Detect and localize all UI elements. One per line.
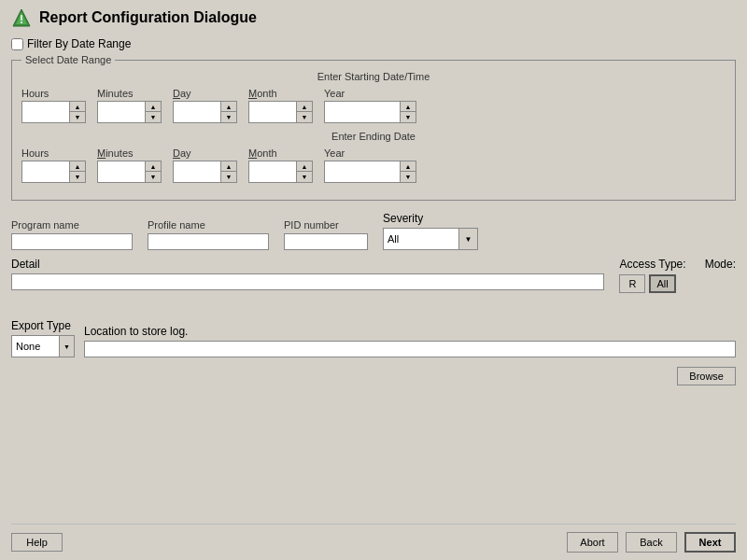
program-name-input[interactable] (11, 233, 133, 250)
end-minutes-label: Minutes (97, 147, 162, 159)
end-day-label: Day (173, 147, 237, 159)
title-bar: Report Configuration Dialogue (11, 7, 736, 28)
start-hours-up[interactable]: ▲ (70, 102, 85, 112)
end-day-spinner: 1 ▲ ▼ (173, 161, 237, 183)
starting-date-row: Hours 0 ▲ ▼ Minutes 0 ▲ ▼ (21, 88, 726, 123)
start-minutes-up[interactable]: ▲ (146, 102, 161, 112)
end-year-down[interactable]: ▼ (401, 172, 416, 182)
start-day-down[interactable]: ▼ (221, 112, 236, 122)
end-hours-spinner: 0 ▲ ▼ (21, 161, 86, 183)
end-year-buttons: ▲ ▼ (400, 161, 416, 182)
back-button[interactable]: Back (626, 532, 677, 553)
log-location-label: Location to store log. (84, 325, 736, 338)
start-hours-label: Hours (21, 88, 86, 99)
export-select-wrap: None CSV HTML PDF ▼ (11, 335, 75, 357)
access-all-button[interactable]: All (649, 274, 675, 293)
start-day-input[interactable]: 1 (174, 105, 220, 119)
severity-select[interactable]: All Low Medium High Critical (384, 231, 458, 246)
detail-input[interactable] (11, 273, 604, 290)
dialog-title: Report Configuration Dialogue (39, 9, 257, 26)
browse-row: Browse (11, 367, 736, 385)
start-minutes-down[interactable]: ▼ (146, 112, 161, 122)
start-day-field: Day 1 ▲ ▼ (173, 88, 237, 123)
end-minutes-spinner: 0 ▲ ▼ (97, 161, 162, 183)
export-row: Export Type None CSV HTML PDF ▼ Location… (11, 319, 736, 357)
start-minutes-input[interactable]: 0 (98, 105, 145, 119)
detail-field: Detail (11, 258, 604, 290)
date-range-legend: Select Date Range (21, 54, 115, 65)
end-hours-input[interactable]: 0 (22, 164, 69, 179)
mode-label: Mode: (705, 258, 736, 271)
start-hours-buttons: ▲ ▼ (69, 102, 85, 122)
access-mode-container: Access Type: Mode: R All (619, 258, 736, 293)
end-month-label: Month (248, 147, 313, 159)
filter-checkbox-row: Filter By Date Range (11, 37, 736, 50)
end-month-down[interactable]: ▼ (297, 172, 312, 182)
log-location-input[interactable]: /var/log/apparmor/reports-exported (84, 341, 736, 357)
end-hours-down[interactable]: ▼ (70, 172, 85, 182)
end-month-up[interactable]: ▲ (297, 161, 312, 172)
ending-date-label: Enter Ending Date (21, 131, 726, 142)
severity-field: Severity All Low Medium High Critical ▼ (383, 212, 478, 250)
abort-button[interactable]: Abort (567, 532, 618, 553)
end-year-field: Year 2005 ▲ ▼ (324, 147, 416, 183)
end-minutes-down[interactable]: ▼ (146, 172, 161, 182)
start-month-up[interactable]: ▲ (297, 102, 312, 112)
end-day-up[interactable]: ▲ (221, 161, 236, 172)
start-month-input[interactable]: 1 (249, 105, 296, 119)
end-month-field: Month 1 ▲ ▼ (248, 147, 313, 183)
program-name-field: Program name (11, 219, 133, 250)
end-minutes-input[interactable]: 0 (98, 164, 145, 179)
start-month-field: Month 1 ▲ ▼ (248, 88, 313, 123)
start-day-buttons: ▲ ▼ (220, 102, 236, 122)
filter-date-checkbox[interactable] (11, 38, 23, 50)
next-button[interactable]: Next (684, 532, 736, 553)
access-type-label: Access Type: (619, 258, 685, 271)
start-month-down[interactable]: ▼ (297, 112, 312, 122)
filter-date-label[interactable]: Filter By Date Range (27, 37, 131, 50)
start-hours-spinner: 0 ▲ ▼ (21, 101, 86, 123)
end-year-input[interactable]: 2005 (325, 164, 400, 179)
access-mode-buttons: R All (619, 274, 736, 293)
end-year-spinner: 2005 ▲ ▼ (324, 161, 416, 183)
detail-label: Detail (11, 258, 604, 271)
severity-dropdown-arrow: ▼ (458, 229, 477, 249)
detail-access-row: Detail Access Type: Mode: R All (11, 258, 736, 293)
end-day-buttons: ▲ ▼ (220, 161, 236, 182)
start-year-input[interactable]: 2005 (325, 105, 400, 119)
end-month-input[interactable]: 1 (249, 164, 296, 179)
start-minutes-spinner: 0 ▲ ▼ (97, 101, 162, 123)
start-month-spinner: 1 ▲ ▼ (248, 101, 313, 123)
help-button[interactable]: Help (11, 533, 63, 552)
start-year-down[interactable]: ▼ (401, 112, 416, 122)
end-year-up[interactable]: ▲ (401, 161, 416, 172)
start-minutes-field: Minutes 0 ▲ ▼ (97, 88, 162, 123)
footer-right: Abort Back Next (567, 532, 736, 553)
end-hours-up[interactable]: ▲ (70, 161, 85, 172)
start-day-up[interactable]: ▲ (221, 102, 236, 112)
pid-input[interactable] (284, 233, 368, 250)
start-day-label: Day (173, 88, 237, 99)
end-month-buttons: ▲ ▼ (296, 161, 312, 182)
start-year-up[interactable]: ▲ (401, 102, 416, 112)
end-month-spinner: 1 ▲ ▼ (248, 161, 313, 183)
start-day-spinner: 1 ▲ ▼ (173, 101, 237, 123)
program-name-label: Program name (11, 219, 133, 231)
start-hours-down[interactable]: ▼ (70, 112, 85, 122)
access-mode-labels: Access Type: Mode: (619, 258, 736, 271)
browse-button[interactable]: Browse (677, 367, 736, 385)
start-minutes-label: Minutes (97, 88, 162, 99)
start-hours-input[interactable]: 0 (22, 105, 69, 119)
end-day-down[interactable]: ▼ (221, 172, 236, 182)
end-day-field: Day 1 ▲ ▼ (173, 147, 237, 183)
access-r-button[interactable]: R (619, 274, 645, 293)
end-minutes-up[interactable]: ▲ (146, 161, 161, 172)
end-year-label: Year (324, 147, 416, 159)
export-type-select[interactable]: None CSV HTML PDF (12, 339, 59, 354)
footer: Help Abort Back Next (11, 524, 736, 553)
pid-field: PID number (284, 219, 368, 250)
profile-name-input[interactable] (148, 233, 269, 250)
export-type-field: Export Type None CSV HTML PDF ▼ (11, 319, 75, 357)
export-type-label: Export Type (11, 319, 75, 332)
end-day-input[interactable]: 1 (174, 164, 220, 179)
